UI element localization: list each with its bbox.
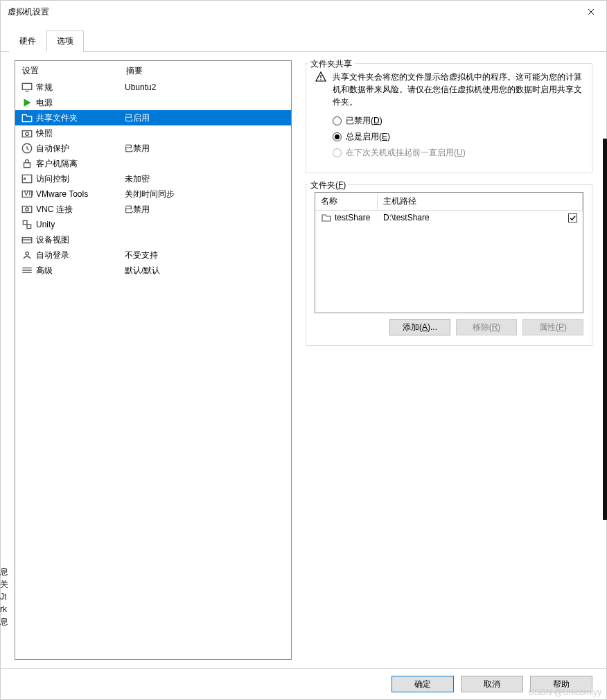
settings-row-clock[interactable]: 自动保护 已禁用	[15, 141, 291, 156]
login-icon	[21, 250, 33, 261]
settings-row-play[interactable]: 电源	[15, 95, 291, 110]
radio-icon	[333, 148, 342, 157]
settings-label: 常规	[36, 82, 125, 94]
titlebar: 虚拟机设置	[1, 1, 606, 23]
settings-list: 设置 摘要 常规 Ubuntu2 电源 共享文件夹 已启用 快照 自动保护 已禁…	[15, 60, 292, 660]
settings-row-vm[interactable]: vm VMware Tools 关闭时间同步	[15, 186, 291, 202]
settings-row-lock[interactable]: 客户机隔离	[15, 156, 291, 171]
settings-summary: 关闭时间同步	[125, 189, 285, 200]
svg-point-16	[26, 252, 29, 256]
folder-header-path: 主机路径	[378, 193, 583, 210]
svg-rect-13	[27, 225, 31, 229]
settings-summary: 已禁用	[125, 143, 285, 155]
folder-row[interactable]: testShare D:\testShare	[315, 211, 583, 225]
header-summary: 摘要	[126, 65, 284, 77]
radio-icon	[333, 132, 342, 141]
settings-row-vnc[interactable]: VNC 连接 已禁用	[15, 202, 291, 217]
settings-label: 高级	[36, 265, 125, 277]
warning-icon	[315, 71, 327, 83]
close-button[interactable]	[575, 1, 606, 22]
svg-text:vm: vm	[24, 188, 34, 198]
settings-label: VMware Tools	[36, 189, 125, 199]
settings-summary: 不受支持	[125, 250, 285, 261]
settings-row-advanced[interactable]: 高级 默认/默认	[15, 263, 291, 278]
settings-row-device[interactable]: 设备视图	[15, 232, 291, 247]
settings-summary: Ubuntu2	[125, 82, 285, 92]
radio-disabled[interactable]: 已禁用(D)	[333, 115, 583, 127]
settings-row-login[interactable]: 自动登录 不受支持	[15, 247, 291, 263]
settings-label: 自动登录	[36, 250, 125, 261]
key-icon	[21, 173, 33, 184]
settings-row-monitor[interactable]: 常规 Ubuntu2	[15, 80, 291, 95]
settings-summary: 未加密	[125, 173, 285, 185]
settings-label: 自动保护	[36, 143, 125, 155]
watermark: CSDN @Unicornlyy	[528, 688, 601, 697]
folders-legend: 文件夹(F)	[308, 180, 349, 191]
clock-icon	[21, 143, 33, 154]
settings-label: 访问控制	[36, 173, 125, 185]
tab-strip: 硬件 选项	[1, 23, 606, 52]
tab-hardware[interactable]: 硬件	[9, 30, 46, 52]
share-legend: 文件夹共享	[308, 58, 355, 70]
device-icon	[21, 234, 33, 245]
svg-point-18	[320, 79, 322, 80]
folder-name: testShare	[335, 213, 383, 222]
radio-icon	[333, 116, 342, 125]
folder-list-header: 名称 主机路径	[315, 193, 583, 211]
svg-point-7	[24, 178, 26, 180]
svg-rect-5	[24, 163, 30, 168]
settings-label: 电源	[36, 97, 125, 109]
left-edge-text: 息关Jtrk息	[0, 566, 8, 628]
lock-icon	[21, 158, 33, 169]
radio-until: 在下次关机或挂起前一直启用(U)	[333, 147, 583, 159]
settings-row-unity[interactable]: Unity	[15, 217, 291, 232]
settings-row-key[interactable]: 访问控制 未加密	[15, 171, 291, 186]
svg-rect-10	[22, 207, 32, 213]
play-icon	[21, 97, 33, 108]
folder-path: D:\testShare	[383, 213, 568, 222]
svg-point-3	[26, 132, 29, 136]
svg-rect-2	[22, 131, 32, 137]
settings-label: Unity	[36, 220, 125, 229]
cancel-button[interactable]: 取消	[461, 676, 523, 692]
svg-rect-0	[22, 83, 32, 89]
settings-label: 客户机隔离	[36, 158, 125, 170]
warning-text: 共享文件夹会将您的文件显示给虚拟机中的程序。这可能为您的计算机和数据带来风险。请…	[333, 71, 583, 108]
radio-always[interactable]: 总是启用(E)	[333, 131, 583, 143]
folder-list[interactable]: 名称 主机路径 testShare D:\testShare	[315, 192, 583, 313]
settings-summary: 已启用	[125, 112, 285, 124]
close-icon	[588, 8, 595, 15]
folder-props-button: 属性(P)	[522, 319, 583, 335]
settings-label: 共享文件夹	[36, 112, 125, 124]
remove-folder-button: 移除(R)	[456, 319, 517, 335]
tab-options[interactable]: 选项	[46, 30, 84, 52]
svg-rect-12	[23, 220, 27, 225]
monitor-icon	[21, 82, 33, 93]
unity-icon	[21, 219, 33, 230]
folder-icon	[321, 212, 332, 223]
folder-enabled-checkbox[interactable]	[568, 213, 577, 222]
folders-fieldset: 文件夹(F) 名称 主机路径 testShare D:\testShare 添加…	[306, 184, 592, 346]
settings-label: 设备视图	[36, 234, 125, 246]
window-title: 虚拟机设置	[8, 6, 49, 18]
settings-summary: 已禁用	[125, 204, 285, 216]
svg-point-11	[26, 208, 29, 211]
add-folder-button[interactable]: 添加(A)...	[389, 319, 450, 335]
settings-header: 设置 摘要	[15, 61, 291, 80]
settings-label: 快照	[36, 128, 125, 139]
settings-row-folder-share[interactable]: 共享文件夹 已启用	[15, 110, 291, 125]
folder-share-icon	[21, 112, 33, 123]
header-setting: 设置	[22, 65, 126, 77]
folder-header-name: 名称	[315, 193, 378, 210]
settings-summary: 默认/默认	[125, 265, 285, 277]
footer: 确定 取消 帮助	[1, 668, 606, 699]
settings-row-camera[interactable]: 快照	[15, 125, 291, 141]
share-fieldset: 文件夹共享 共享文件夹会将您的文件显示给虚拟机中的程序。这可能为您的计算机和数据…	[306, 63, 592, 173]
settings-label: VNC 连接	[36, 204, 125, 216]
ok-button[interactable]: 确定	[392, 676, 454, 692]
vnc-icon	[21, 204, 33, 215]
right-edge-strip	[603, 139, 607, 520]
advanced-icon	[21, 265, 33, 276]
camera-icon	[21, 128, 33, 139]
vm-icon: vm	[21, 189, 33, 200]
